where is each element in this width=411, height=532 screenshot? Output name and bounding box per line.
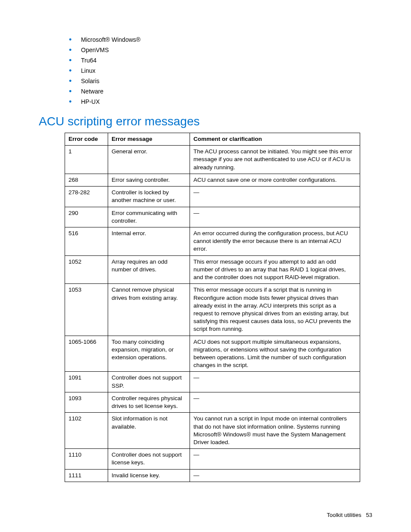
cell-error-message: Error saving controller. — [108, 174, 190, 186]
cell-error-code: 268 — [65, 174, 108, 186]
list-item: Linux — [69, 65, 372, 76]
table-header-row: Error code Error message Comment or clar… — [65, 133, 360, 146]
list-item: Microsoft® Windows® — [69, 34, 372, 45]
cell-error-code: 1 — [65, 146, 108, 174]
cell-comment: — — [190, 392, 360, 412]
cell-comment: ACU cannot save one or more controller c… — [190, 174, 360, 186]
cell-error-code: 1065-1066 — [65, 336, 108, 372]
cell-error-message: Slot information is not available. — [108, 413, 190, 449]
cell-error-code: 1102 — [65, 413, 108, 449]
cell-comment: The ACU process cannot be initiated. You… — [190, 146, 360, 174]
cell-error-message: Error communicating with controller. — [108, 207, 190, 227]
cell-comment: This error message occurs if a script th… — [190, 284, 360, 336]
cell-error-message: Invalid license key. — [108, 469, 190, 482]
table-row: 1093 Controller requires physical drives… — [65, 392, 360, 412]
page-footer: Toolkit utilities 53 — [327, 512, 372, 518]
error-messages-table: Error code Error message Comment or clar… — [65, 133, 360, 482]
header-error-code: Error code — [65, 133, 108, 146]
section-heading: ACU scripting error messages — [39, 115, 372, 128]
cell-comment: — — [190, 469, 360, 482]
cell-error-message: Internal error. — [108, 227, 190, 255]
table-row: 1 General error. The ACU process cannot … — [65, 146, 360, 174]
cell-error-message: General error. — [108, 146, 190, 174]
cell-error-code: 516 — [65, 227, 108, 255]
cell-error-code: 1093 — [65, 392, 108, 412]
cell-comment: An error occurred during the configurati… — [190, 227, 360, 255]
list-item-text: HP-UX — [81, 98, 100, 105]
list-item-text: OpenVMS — [81, 47, 109, 53]
cell-error-code: 278-282 — [65, 187, 108, 207]
cell-error-message: Cannot remove physical drives from exist… — [108, 284, 190, 336]
cell-comment: — — [190, 187, 360, 207]
cell-error-code: 1111 — [65, 469, 108, 482]
footer-page-number: 53 — [366, 512, 372, 518]
table-row: 1102 Slot information is not available. … — [65, 413, 360, 449]
list-item: Tru64 — [69, 55, 372, 65]
cell-error-message: Too many coinciding expansion, migration… — [108, 336, 190, 372]
cell-error-code: 1091 — [65, 372, 108, 392]
cell-error-code: 1053 — [65, 284, 108, 336]
cell-comment: — — [190, 207, 360, 227]
list-item: Netware — [69, 86, 372, 96]
cell-error-code: 1110 — [65, 449, 108, 469]
cell-comment: — — [190, 372, 360, 392]
list-item-text: Tru64 — [81, 57, 97, 64]
cell-error-code: 290 — [65, 207, 108, 227]
list-item-text: Solaris — [81, 78, 100, 84]
cell-comment: This error message occurs if you attempt… — [190, 255, 360, 284]
table-row: 1053 Cannot remove physical drives from … — [65, 284, 360, 336]
cell-error-code: 1052 — [65, 255, 108, 284]
header-error-message: Error message — [108, 133, 190, 146]
table-row: 1065-1066 Too many coinciding expansion,… — [65, 336, 360, 372]
os-bullet-list: Microsoft® Windows® OpenVMS Tru64 Linux … — [39, 34, 372, 107]
document-page: Microsoft® Windows® OpenVMS Tru64 Linux … — [0, 0, 411, 532]
list-item: HP-UX — [69, 96, 372, 107]
list-item: Solaris — [69, 76, 372, 86]
table-row: 1110 Controller does not support license… — [65, 449, 360, 469]
cell-comment: ACU does not support multiple simultaneo… — [190, 336, 360, 372]
footer-section-name: Toolkit utilities — [327, 512, 361, 518]
table-row: 290 Error communicating with controller.… — [65, 207, 360, 227]
list-item-text: Microsoft® Windows® — [81, 36, 140, 43]
cell-error-message: Controller does not support license keys… — [108, 449, 190, 469]
header-comment: Comment or clarification — [190, 133, 360, 146]
cell-error-message: Controller requires physical drives to s… — [108, 392, 190, 412]
cell-error-message: Controller is locked by another machine … — [108, 187, 190, 207]
cell-comment: You cannot run a script in Input mode on… — [190, 413, 360, 449]
table-row: 1091 Controller does not support SSP. — — [65, 372, 360, 392]
table-row: 278-282 Controller is locked by another … — [65, 187, 360, 207]
cell-comment: — — [190, 449, 360, 469]
table-row: 1052 Array requires an odd number of dri… — [65, 255, 360, 284]
table-row: 516 Internal error. An error occurred du… — [65, 227, 360, 255]
table-row: 1111 Invalid license key. — — [65, 469, 360, 482]
list-item-text: Linux — [81, 67, 95, 74]
cell-error-message: Controller does not support SSP. — [108, 372, 190, 392]
cell-error-message: Array requires an odd number of drives. — [108, 255, 190, 284]
list-item-text: Netware — [81, 88, 103, 95]
list-item: OpenVMS — [69, 45, 372, 55]
table-row: 268 Error saving controller. ACU cannot … — [65, 174, 360, 186]
